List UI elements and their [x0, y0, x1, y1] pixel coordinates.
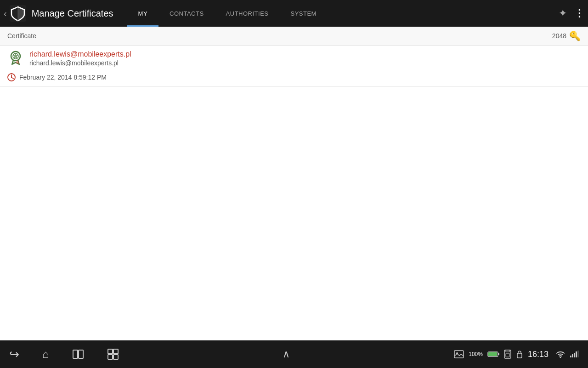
- svg-rect-20: [517, 353, 522, 358]
- cert-date-row: February 22, 2014 8:59:12 PM: [7, 69, 581, 86]
- svg-rect-7: [73, 350, 78, 358]
- battery-icon: [487, 351, 499, 357]
- tab-contacts[interactable]: CONTACTS: [158, 0, 215, 27]
- sim-icon: [504, 350, 511, 359]
- svg-rect-12: [113, 355, 118, 359]
- nav-back-icon[interactable]: ↩: [9, 347, 19, 362]
- svg-rect-10: [113, 349, 118, 354]
- svg-rect-13: [454, 351, 464, 358]
- svg-rect-9: [108, 349, 113, 354]
- top-right-actions: ✦ ⋮: [559, 7, 584, 19]
- cert-bits-label: 2048: [552, 32, 566, 40]
- settings-icon[interactable]: ✦: [559, 7, 567, 19]
- battery-pct-label: 100%: [469, 351, 483, 357]
- nav-left-controls: ↩ ⌂: [9, 347, 119, 362]
- cert-name: richard.lewis@mobileexperts.pl: [29, 50, 131, 58]
- svg-rect-25: [576, 351, 577, 357]
- app-icon: [10, 5, 26, 22]
- back-arrow-icon[interactable]: ‹: [4, 8, 7, 19]
- svg-rect-8: [79, 350, 83, 358]
- tab-bar: MY CONTACTS AUTHORITIES SYSTEM: [127, 0, 559, 27]
- svg-point-21: [560, 357, 561, 358]
- gallery-icon: [454, 350, 464, 358]
- more-options-icon[interactable]: ⋮: [574, 7, 584, 19]
- certificate-column-label: Certificate: [7, 32, 36, 40]
- signal-icon: [570, 351, 579, 358]
- svg-rect-19: [506, 353, 509, 357]
- cert-item-top: richard.lewis@mobileexperts.pl richard.l…: [7, 50, 581, 69]
- key-icon: 🔑: [569, 30, 581, 41]
- svg-rect-23: [572, 354, 573, 357]
- svg-line-6: [11, 78, 13, 79]
- svg-rect-26: [577, 351, 579, 357]
- cert-info: richard.lewis@mobileexperts.pl richard.l…: [29, 50, 131, 67]
- nav-home-icon[interactable]: ⌂: [42, 348, 49, 361]
- main-content: Certificate 2048 🔑 richard.lewis@mobilee…: [0, 27, 588, 86]
- clock-icon: [7, 73, 16, 81]
- certificate-header: Certificate 2048 🔑: [0, 27, 588, 46]
- certificate-item[interactable]: richard.lewis@mobileexperts.pl richard.l…: [0, 46, 588, 86]
- bottom-nav: ↩ ⌂ ∧ 100%: [0, 340, 588, 368]
- nav-grid-icon[interactable]: [107, 348, 119, 360]
- tab-authorities[interactable]: AUTHORITIES: [215, 0, 280, 27]
- nav-recents-icon[interactable]: [72, 349, 84, 359]
- svg-rect-11: [108, 355, 113, 359]
- status-time: 16:13: [528, 350, 548, 359]
- svg-rect-24: [574, 353, 575, 357]
- svg-rect-22: [570, 356, 571, 357]
- nav-right-status: 100% 16:13: [454, 350, 579, 359]
- wifi-icon: [556, 351, 565, 358]
- svg-rect-17: [498, 353, 499, 355]
- tab-my[interactable]: MY: [127, 0, 159, 27]
- cert-email: richard.lewis@mobileexperts.pl: [29, 59, 131, 67]
- top-bar: ‹ Manage Certificates MY CONTACTS AUTHOR…: [0, 0, 588, 27]
- svg-rect-16: [488, 352, 497, 356]
- cert-header-right: 2048 🔑: [552, 30, 581, 41]
- certificate-badge-icon: [7, 50, 24, 67]
- app-title: Manage Certificates: [32, 8, 113, 19]
- cert-date: February 22, 2014 8:59:12 PM: [19, 74, 107, 81]
- nav-center: ∧: [283, 348, 290, 360]
- tab-system[interactable]: SYSTEM: [280, 0, 328, 27]
- nav-up-icon[interactable]: ∧: [283, 348, 290, 360]
- key-status-icon: [516, 350, 523, 359]
